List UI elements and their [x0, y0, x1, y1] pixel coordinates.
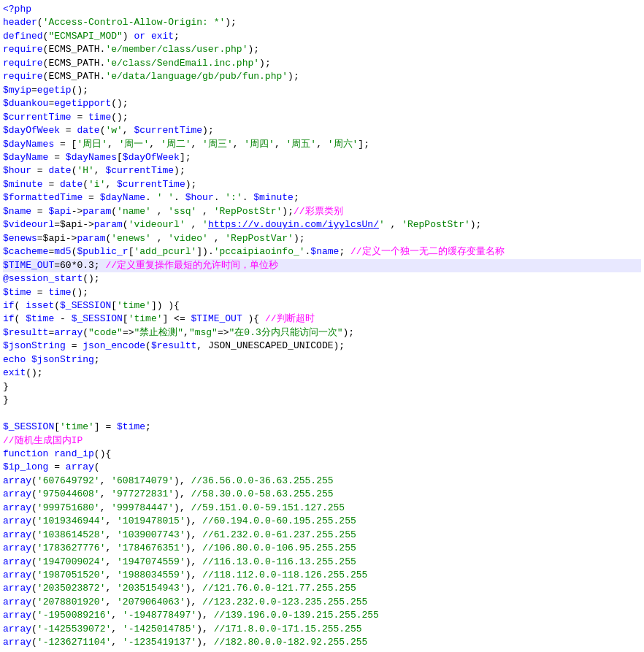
code-line-24: if( $time - $_SESSION['time'] <= $TIME_O… [3, 312, 641, 326]
code-line-20: $TIME_OUT=60*0.3; //定义重复操作最短的允许时间，单位秒 [3, 259, 641, 272]
code-line-1: <?php [3, 3, 641, 16]
code-line-19: $cacheme=md5($public_r['add_pcurl']).'pc… [3, 245, 641, 258]
code-line-33: //随机生成国内IP [3, 434, 641, 448]
code-line-21: @session_start(); [3, 272, 641, 285]
code-line-26: $jsonString = json_encode($resultt, JSON… [3, 340, 641, 353]
code-line-8: $duankou=egetipport(); [3, 97, 641, 110]
code-line-39: array('1019346944', '1019478015'), //60.… [3, 515, 641, 528]
code-line-43: array('1987051520', '1988034559'), //118… [3, 569, 641, 582]
code-line-13: $hour = date('H', $currentTime); [3, 164, 641, 177]
code-line-7: $myip=egetip(); [3, 84, 641, 97]
code-line-14: $minute = date('i', $currentTime); [3, 178, 641, 191]
code-line-34: function rand_ip(){ [3, 448, 641, 461]
code-line-35: $ip_long = array( [3, 461, 641, 474]
code-line-2: header('Access-Control-Allow-Origin: *')… [3, 16, 641, 29]
code-line-28: exit(); [3, 367, 641, 380]
code-line-45: array('2078801920', '2079064063'), //123… [3, 596, 641, 609]
code-line-22: $time = time(); [3, 286, 641, 299]
code-editor: <?phpheader('Access-Control-Allow-Origin… [0, 0, 644, 652]
code-line-29: } [3, 380, 641, 394]
code-line-41: array('1783627776', '1784676351'), //106… [3, 542, 641, 555]
code-line-42: array('1947009024', '1947074559'), //116… [3, 556, 641, 569]
code-line-27: echo $jsonString; [3, 353, 641, 367]
code-line-46: array('-1950089216', '-1948778497'), //1… [3, 609, 641, 622]
code-line-30: } [3, 394, 641, 407]
code-line-23: if( isset($_SESSION['time']) ){ [3, 299, 641, 312]
code-line-38: array('999751680', '999784447'), //59.15… [3, 502, 641, 515]
code-line-4: require(ECMS_PATH.'e/member/class/user.p… [3, 43, 641, 56]
code-line-11: $dayNames = ['周日', '周一', '周二', '周三', '周四… [3, 138, 641, 151]
code-line-40: array('1038614528', '1039007743'), //61.… [3, 529, 641, 542]
code-line-16: $name = $api->param('name' , 'ssq' , 'Re… [3, 205, 641, 218]
code-line-31 [3, 407, 641, 421]
code-line-18: $enews=$api->param('enews' , 'video' , '… [3, 232, 641, 245]
code-line-6: require(ECMS_PATH.'e/data/language/gb/pu… [3, 70, 641, 83]
code-line-25: $resultt=array("code"=>"禁止检测","msg"=>"在0… [3, 326, 641, 340]
code-line-44: array('2035023872', '2035154943'), //121… [3, 582, 641, 595]
code-line-17: $videourl=$api->param('videourl' , 'http… [3, 218, 641, 231]
code-line-12: $dayName = $dayNames[$dayOfWeek]; [3, 151, 641, 164]
code-line-37: array('975044608', '977272831'), //58.30… [3, 488, 641, 501]
code-line-48: array('-1236271104', '-1235419137'), //1… [3, 636, 641, 649]
code-line-47: array('-1425539072', '-1425014785'), //1… [3, 623, 641, 636]
code-line-5: require(ECMS_PATH.'e/class/SendEmail.inc… [3, 57, 641, 70]
code-line-15: $formattedTime = $dayName. ' '. $hour. '… [3, 191, 641, 204]
code-line-10: $dayOfWeek = date('w', $currentTime); [3, 124, 641, 137]
code-line-9: $currentTime = time(); [3, 111, 641, 124]
code-lines: <?phpheader('Access-Control-Allow-Origin… [3, 3, 641, 652]
code-line-36: array('607649792', '608174079'), //36.56… [3, 475, 641, 488]
code-line-3: defined("ECMSAPI_MOD") or exit; [3, 30, 641, 43]
code-line-32: $_SESSION['time'] = $time; [3, 421, 641, 434]
